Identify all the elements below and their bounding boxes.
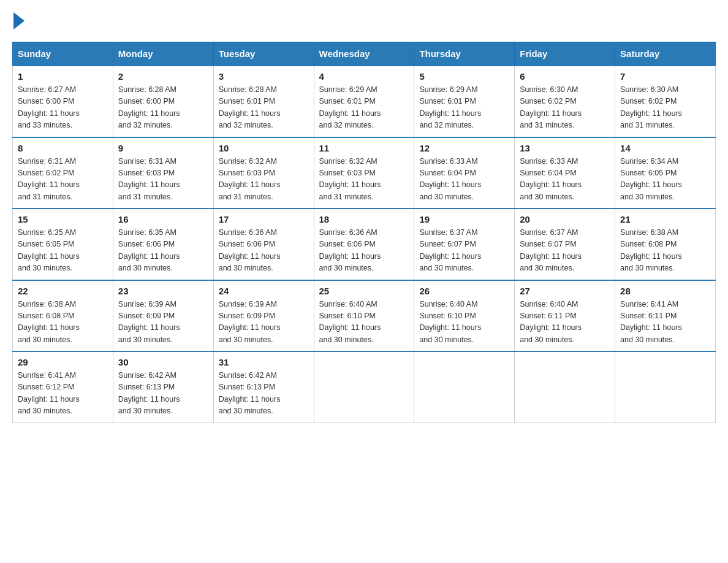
day-info: Sunrise: 6:37 AMSunset: 6:07 PMDaylight:… xyxy=(419,227,509,275)
calendar-cell: 21Sunrise: 6:38 AMSunset: 6:08 PMDayligh… xyxy=(615,209,716,280)
calendar-cell xyxy=(414,351,515,423)
day-info: Sunrise: 6:40 AMSunset: 6:10 PMDaylight:… xyxy=(419,299,509,347)
page-header xyxy=(12,12,716,29)
calendar-cell: 8Sunrise: 6:31 AMSunset: 6:02 PMDaylight… xyxy=(13,137,113,209)
day-info: Sunrise: 6:28 AMSunset: 6:01 PMDaylight:… xyxy=(219,84,309,132)
day-number: 5 xyxy=(419,71,509,82)
day-info: Sunrise: 6:29 AMSunset: 6:01 PMDaylight:… xyxy=(319,84,409,132)
day-info: Sunrise: 6:41 AMSunset: 6:12 PMDaylight:… xyxy=(18,370,108,418)
day-number: 20 xyxy=(520,214,610,224)
day-info: Sunrise: 6:42 AMSunset: 6:13 PMDaylight:… xyxy=(118,370,208,418)
day-number: 10 xyxy=(219,143,309,153)
calendar-cell: 23Sunrise: 6:39 AMSunset: 6:09 PMDayligh… xyxy=(113,280,213,352)
calendar-cell: 16Sunrise: 6:35 AMSunset: 6:06 PMDayligh… xyxy=(113,209,213,280)
calendar-cell xyxy=(515,351,615,423)
calendar-cell: 3Sunrise: 6:28 AMSunset: 6:01 PMDaylight… xyxy=(213,66,314,137)
calendar-cell: 2Sunrise: 6:28 AMSunset: 6:00 PMDaylight… xyxy=(113,66,213,137)
day-number: 14 xyxy=(620,143,710,153)
calendar-cell: 24Sunrise: 6:39 AMSunset: 6:09 PMDayligh… xyxy=(213,280,314,352)
day-number: 29 xyxy=(18,357,108,367)
day-info: Sunrise: 6:30 AMSunset: 6:02 PMDaylight:… xyxy=(520,84,610,132)
day-info: Sunrise: 6:38 AMSunset: 6:08 PMDaylight:… xyxy=(620,227,710,275)
calendar-cell: 30Sunrise: 6:42 AMSunset: 6:13 PMDayligh… xyxy=(113,351,213,423)
day-info: Sunrise: 6:35 AMSunset: 6:06 PMDaylight:… xyxy=(118,227,208,275)
calendar-cell: 1Sunrise: 6:27 AMSunset: 6:00 PMDaylight… xyxy=(13,66,113,137)
day-number: 31 xyxy=(219,357,309,367)
day-info: Sunrise: 6:33 AMSunset: 6:04 PMDaylight:… xyxy=(520,156,610,204)
calendar-cell: 15Sunrise: 6:35 AMSunset: 6:05 PMDayligh… xyxy=(13,209,113,280)
calendar-cell: 18Sunrise: 6:36 AMSunset: 6:06 PMDayligh… xyxy=(314,209,414,280)
calendar-cell: 22Sunrise: 6:38 AMSunset: 6:08 PMDayligh… xyxy=(13,280,113,352)
calendar-cell: 9Sunrise: 6:31 AMSunset: 6:03 PMDaylight… xyxy=(113,137,213,209)
day-info: Sunrise: 6:40 AMSunset: 6:10 PMDaylight:… xyxy=(319,299,409,347)
day-info: Sunrise: 6:27 AMSunset: 6:00 PMDaylight:… xyxy=(18,84,108,132)
calendar-header-row: SundayMondayTuesdayWednesdayThursdayFrid… xyxy=(13,42,716,66)
calendar-cell: 11Sunrise: 6:32 AMSunset: 6:03 PMDayligh… xyxy=(314,137,414,209)
day-number: 24 xyxy=(219,286,309,296)
day-info: Sunrise: 6:34 AMSunset: 6:05 PMDaylight:… xyxy=(620,156,710,204)
day-info: Sunrise: 6:35 AMSunset: 6:05 PMDaylight:… xyxy=(18,227,108,275)
calendar-header-monday: Monday xyxy=(113,42,213,66)
day-info: Sunrise: 6:33 AMSunset: 6:04 PMDaylight:… xyxy=(419,156,509,204)
day-number: 26 xyxy=(419,286,509,296)
day-number: 15 xyxy=(18,214,108,224)
calendar-cell: 26Sunrise: 6:40 AMSunset: 6:10 PMDayligh… xyxy=(414,280,515,352)
calendar-cell: 27Sunrise: 6:40 AMSunset: 6:11 PMDayligh… xyxy=(515,280,615,352)
day-number: 11 xyxy=(319,143,409,153)
day-info: Sunrise: 6:38 AMSunset: 6:08 PMDaylight:… xyxy=(18,299,108,347)
calendar-cell: 4Sunrise: 6:29 AMSunset: 6:01 PMDaylight… xyxy=(314,66,414,137)
day-number: 18 xyxy=(319,214,409,224)
day-number: 2 xyxy=(118,71,208,82)
calendar-header-tuesday: Tuesday xyxy=(213,42,314,66)
day-info: Sunrise: 6:41 AMSunset: 6:11 PMDaylight:… xyxy=(620,299,710,347)
calendar-table: SundayMondayTuesdayWednesdayThursdayFrid… xyxy=(12,42,716,423)
calendar-cell: 19Sunrise: 6:37 AMSunset: 6:07 PMDayligh… xyxy=(414,209,515,280)
day-number: 30 xyxy=(118,357,208,367)
day-number: 7 xyxy=(620,71,710,82)
week-row-3: 15Sunrise: 6:35 AMSunset: 6:05 PMDayligh… xyxy=(13,209,716,280)
calendar-cell: 29Sunrise: 6:41 AMSunset: 6:12 PMDayligh… xyxy=(13,351,113,423)
week-row-5: 29Sunrise: 6:41 AMSunset: 6:12 PMDayligh… xyxy=(13,351,716,423)
day-number: 25 xyxy=(319,286,409,296)
week-row-4: 22Sunrise: 6:38 AMSunset: 6:08 PMDayligh… xyxy=(13,280,716,352)
logo xyxy=(12,12,26,29)
logo-arrow-icon xyxy=(13,12,25,29)
day-info: Sunrise: 6:29 AMSunset: 6:01 PMDaylight:… xyxy=(419,84,509,132)
day-number: 8 xyxy=(18,143,108,153)
week-row-1: 1Sunrise: 6:27 AMSunset: 6:00 PMDaylight… xyxy=(13,66,716,137)
day-info: Sunrise: 6:39 AMSunset: 6:09 PMDaylight:… xyxy=(219,299,309,347)
calendar-cell: 14Sunrise: 6:34 AMSunset: 6:05 PMDayligh… xyxy=(615,137,716,209)
day-info: Sunrise: 6:28 AMSunset: 6:00 PMDaylight:… xyxy=(118,84,208,132)
calendar-cell: 17Sunrise: 6:36 AMSunset: 6:06 PMDayligh… xyxy=(213,209,314,280)
week-row-2: 8Sunrise: 6:31 AMSunset: 6:02 PMDaylight… xyxy=(13,137,716,209)
day-info: Sunrise: 6:32 AMSunset: 6:03 PMDaylight:… xyxy=(319,156,409,204)
calendar-cell xyxy=(615,351,716,423)
calendar-header-sunday: Sunday xyxy=(13,42,113,66)
day-number: 6 xyxy=(520,71,610,82)
day-number: 4 xyxy=(319,71,409,82)
day-info: Sunrise: 6:36 AMSunset: 6:06 PMDaylight:… xyxy=(319,227,409,275)
calendar-cell: 25Sunrise: 6:40 AMSunset: 6:10 PMDayligh… xyxy=(314,280,414,352)
day-number: 17 xyxy=(219,214,309,224)
day-number: 1 xyxy=(18,71,108,82)
calendar-cell: 12Sunrise: 6:33 AMSunset: 6:04 PMDayligh… xyxy=(414,137,515,209)
day-info: Sunrise: 6:31 AMSunset: 6:03 PMDaylight:… xyxy=(118,156,208,204)
day-number: 13 xyxy=(520,143,610,153)
day-number: 28 xyxy=(620,286,710,296)
day-info: Sunrise: 6:42 AMSunset: 6:13 PMDaylight:… xyxy=(219,370,309,418)
day-number: 21 xyxy=(620,214,710,224)
day-info: Sunrise: 6:32 AMSunset: 6:03 PMDaylight:… xyxy=(219,156,309,204)
calendar-cell: 28Sunrise: 6:41 AMSunset: 6:11 PMDayligh… xyxy=(615,280,716,352)
day-number: 9 xyxy=(118,143,208,153)
calendar-header-friday: Friday xyxy=(515,42,615,66)
calendar-header-saturday: Saturday xyxy=(615,42,716,66)
calendar-cell: 31Sunrise: 6:42 AMSunset: 6:13 PMDayligh… xyxy=(213,351,314,423)
calendar-cell xyxy=(314,351,414,423)
day-number: 23 xyxy=(118,286,208,296)
day-number: 16 xyxy=(118,214,208,224)
day-number: 27 xyxy=(520,286,610,296)
day-info: Sunrise: 6:37 AMSunset: 6:07 PMDaylight:… xyxy=(520,227,610,275)
day-info: Sunrise: 6:36 AMSunset: 6:06 PMDaylight:… xyxy=(219,227,309,275)
calendar-cell: 6Sunrise: 6:30 AMSunset: 6:02 PMDaylight… xyxy=(515,66,615,137)
day-number: 19 xyxy=(419,214,509,224)
